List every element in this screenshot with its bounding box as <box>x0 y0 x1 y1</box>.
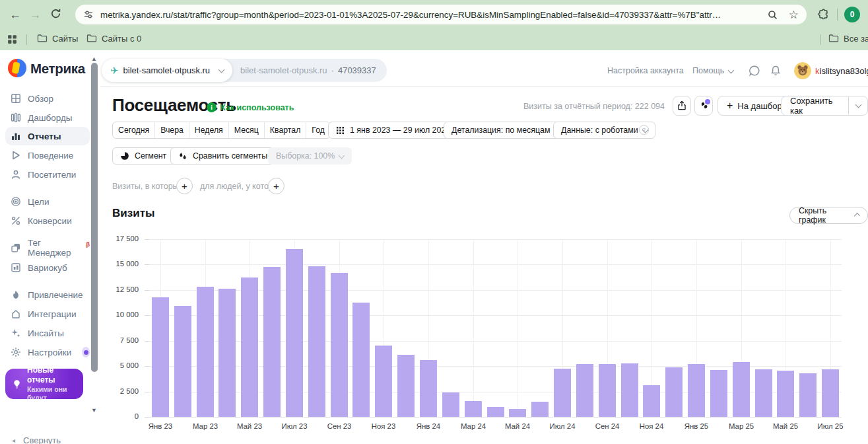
how-to-use-link[interactable]: i Как использовать <box>207 102 294 112</box>
bar-Фев 24[interactable] <box>442 392 459 417</box>
sidebar-item-goals[interactable]: Цели <box>5 192 90 211</box>
sidebar-item-tag-manager[interactable]: Тег Менеджерβ <box>5 239 90 257</box>
bar-Июн 24[interactable] <box>531 402 549 417</box>
bar-Янв 23[interactable] <box>152 297 169 417</box>
apps-grid-icon[interactable] <box>7 34 18 45</box>
refresh-icon[interactable] <box>50 8 61 21</box>
bar-Июл 24[interactable] <box>554 369 571 417</box>
new-reports-promo[interactable]: Новые отчеты Какими они будут <box>5 369 83 399</box>
bar-Сен 23[interactable] <box>331 273 348 417</box>
y-axis-label: 17 500 <box>86 235 139 242</box>
promo-subtitle: Какими они будут <box>27 385 83 402</box>
add-visits-filter-button[interactable]: + <box>176 178 193 194</box>
sidebar-item-overview[interactable]: Обзор <box>5 89 90 108</box>
bar-Сен 24[interactable] <box>599 364 616 417</box>
bar-Янв 24[interactable] <box>420 360 437 417</box>
ai-assistant-button[interactable] <box>694 96 713 116</box>
bookmark-folder-saity[interactable]: Сайты <box>37 33 78 44</box>
username[interactable]: kislitsyna83olga <box>815 66 868 76</box>
extensions-icon[interactable] <box>818 9 830 20</box>
bar-Ноя 24[interactable] <box>643 385 660 417</box>
sidebar-item-conversions[interactable]: Конверсии <box>5 211 90 230</box>
bar-Янв 25[interactable] <box>688 364 705 417</box>
bell-icon[interactable] <box>770 65 782 77</box>
sidebar-item-integrations[interactable]: Интеграции <box>5 305 90 323</box>
sampling-dropdown[interactable]: Выборка: 100% <box>268 147 352 165</box>
date-range-button[interactable]: 1 янв 2023 — 29 июл 2025 <box>328 122 458 139</box>
sidebar-scrollbar-thumb[interactable] <box>91 63 98 372</box>
bookmarks-divider-right <box>820 34 821 45</box>
bar-Июл 23[interactable] <box>286 249 303 417</box>
sidebar-item-insights[interactable]: Инсайты <box>5 324 90 342</box>
ai-notification-dot <box>705 99 710 104</box>
forward-icon[interactable]: → <box>29 9 41 20</box>
bar-Апр 24[interactable] <box>487 407 504 417</box>
save-as-dropdown[interactable] <box>849 96 867 115</box>
site-selector[interactable]: ✈ bilet-samolet-otpusk.ru <box>102 59 232 82</box>
hide-chart-button[interactable]: Скрыть график <box>789 207 868 224</box>
bar-Май 24[interactable] <box>509 409 526 417</box>
bar-Окт 23[interactable] <box>352 303 370 417</box>
help-menu[interactable]: Помощь <box>692 66 733 75</box>
bar-Авг 24[interactable] <box>576 364 593 417</box>
bar-Мар 24[interactable] <box>465 401 482 417</box>
bar-Фев 25[interactable] <box>710 370 727 417</box>
bar-Фев 23[interactable] <box>174 306 191 417</box>
dot-separator: · <box>331 65 334 75</box>
site-settings-icon[interactable] <box>83 9 94 20</box>
bar-Мар 23[interactable] <box>197 287 214 417</box>
sidebar-item-visitors[interactable]: Посетители <box>5 165 90 184</box>
bar-Апр 23[interactable] <box>218 289 236 417</box>
period-button-сегодня[interactable]: Сегодня <box>113 122 154 138</box>
sidebar-item-dashboards[interactable]: Дашборды <box>5 108 90 127</box>
sidebar-item-variocube[interactable]: Вариокуб <box>5 258 90 277</box>
period-button-квартал[interactable]: Квартал <box>264 122 306 138</box>
detail-level-dropdown[interactable]: Детализация: по месяцам <box>444 122 568 139</box>
user-avatar[interactable] <box>794 62 811 79</box>
x-axis-label: Май 24 <box>494 422 541 430</box>
bar-Дек 24[interactable] <box>665 367 683 417</box>
address-bar[interactable]: metrika.yandex.ru/stat/traffic?group=mon… <box>75 5 807 24</box>
lightbulb-icon <box>12 379 22 389</box>
sidebar-item-acquisition[interactable]: Привлечение <box>5 285 90 304</box>
bar-Июн 25[interactable] <box>799 373 817 417</box>
metrika-logo[interactable] <box>8 59 26 80</box>
bar-Мар 25[interactable] <box>733 362 750 417</box>
chat-icon[interactable] <box>749 65 760 77</box>
acquisition-icon <box>11 289 21 300</box>
insights-icon <box>11 328 21 338</box>
all-bookmarks[interactable]: Все закл <box>828 33 868 44</box>
back-icon[interactable]: ← <box>9 9 21 20</box>
bar-Окт 24[interactable] <box>621 363 638 417</box>
collapse-sidebar-button[interactable]: ◂ Свернуть <box>12 435 61 444</box>
counter-info[interactable]: bilet-samolet-otpusk.ru · 47039337 <box>232 65 387 75</box>
bar-Май 23[interactable] <box>241 278 258 417</box>
search-icon[interactable] <box>767 9 778 20</box>
browser-profile-avatar[interactable]: 0 <box>844 7 860 22</box>
bar-Май 25[interactable] <box>777 371 794 417</box>
sidebar-item-behavior[interactable]: Поведение <box>5 146 90 165</box>
sidebar-item-settings[interactable]: Настройки <box>5 343 90 361</box>
period-button-год[interactable]: Год <box>306 122 330 138</box>
period-button-неделя[interactable]: Неделя <box>189 122 228 138</box>
period-button-месяц[interactable]: Месяц <box>228 122 264 138</box>
goals-icon <box>11 196 21 207</box>
export-button[interactable] <box>673 96 691 116</box>
bar-Июн 23[interactable] <box>263 267 281 417</box>
bar-Июл 25[interactable] <box>822 369 839 417</box>
help-question-icon[interactable]: ? <box>639 125 649 135</box>
sidebar: Метрика ОбзорДашбордыОтчетыПоведениеПосе… <box>0 50 100 444</box>
bar-Апр 25[interactable] <box>755 369 772 417</box>
account-settings-link[interactable]: Настройка аккаунта <box>607 66 684 75</box>
bar-Авг 23[interactable] <box>308 266 325 417</box>
add-people-filter-button[interactable]: + <box>268 178 284 194</box>
bookmark-star-icon[interactable]: ☆ <box>789 8 799 22</box>
bar-Дек 23[interactable] <box>397 355 415 417</box>
period-button-вчера[interactable]: Вчера <box>154 122 189 138</box>
bookmark-folder-saity-s-0[interactable]: Сайты с 0 <box>86 33 141 44</box>
save-as-button[interactable]: Сохранить как <box>781 96 868 116</box>
sidebar-item-reports[interactable]: Отчеты <box>5 127 90 145</box>
bar-Ноя 23[interactable] <box>375 346 392 417</box>
sidebar-scroll-up-icon[interactable]: ▲ <box>91 56 97 62</box>
x-axis-label: Ноя 23 <box>360 422 407 430</box>
